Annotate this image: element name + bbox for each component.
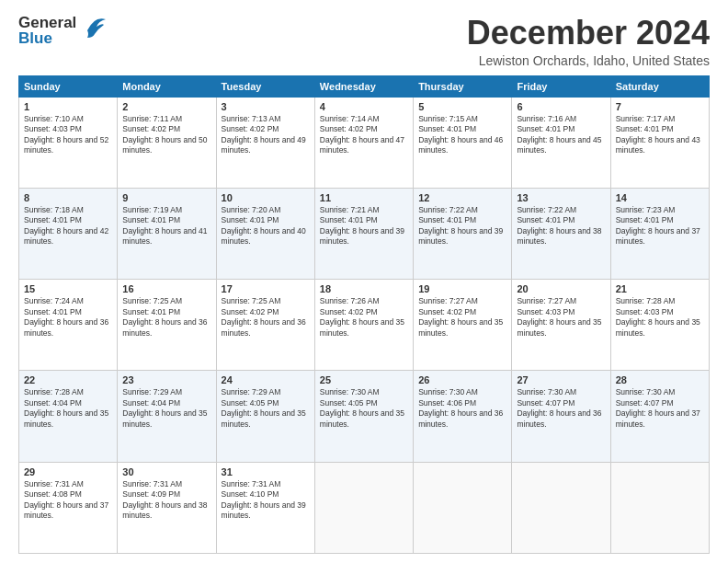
day-info: Sunrise: 7:10 AMSunset: 4:03 PMDaylight:…	[24, 114, 112, 156]
day-number: 25	[320, 374, 408, 385]
calendar-cell: 1 Sunrise: 7:10 AMSunset: 4:03 PMDayligh…	[19, 97, 118, 188]
logo-general: General	[18, 15, 76, 30]
day-number: 20	[517, 283, 605, 294]
day-number: 17	[222, 283, 310, 294]
day-info: Sunrise: 7:18 AMSunset: 4:01 PMDaylight:…	[24, 205, 112, 247]
day-number: 27	[517, 374, 605, 385]
day-info: Sunrise: 7:11 AMSunset: 4:02 PMDaylight:…	[122, 114, 210, 156]
col-tuesday: Tuesday	[216, 75, 314, 97]
calendar-cell: 22 Sunrise: 7:28 AMSunset: 4:04 PMDaylig…	[19, 371, 118, 462]
calendar-cell: 15 Sunrise: 7:24 AMSunset: 4:01 PMDaylig…	[19, 280, 118, 371]
day-info: Sunrise: 7:31 AMSunset: 4:09 PMDaylight:…	[122, 479, 210, 522]
day-number: 21	[616, 283, 704, 294]
calendar-cell: 11 Sunrise: 7:21 AMSunset: 4:01 PMDaylig…	[314, 188, 413, 279]
calendar-cell: 17 Sunrise: 7:25 AMSunset: 4:02 PMDaylig…	[216, 280, 314, 371]
calendar-cell: 27 Sunrise: 7:30 AMSunset: 4:07 PMDaylig…	[512, 371, 610, 462]
day-number: 9	[122, 192, 210, 203]
day-number: 24	[222, 374, 310, 385]
day-number: 10	[222, 192, 310, 203]
day-info: Sunrise: 7:30 AMSunset: 4:07 PMDaylight:…	[616, 387, 704, 430]
calendar-cell: 9 Sunrise: 7:19 AMSunset: 4:01 PMDayligh…	[118, 188, 216, 279]
day-info: Sunrise: 7:22 AMSunset: 4:01 PMDaylight:…	[517, 205, 605, 247]
calendar-cell: 20 Sunrise: 7:27 AMSunset: 4:03 PMDaylig…	[512, 280, 610, 371]
day-number: 5	[418, 101, 506, 112]
day-info: Sunrise: 7:30 AMSunset: 4:07 PMDaylight:…	[517, 387, 605, 430]
calendar-cell: 3 Sunrise: 7:13 AMSunset: 4:02 PMDayligh…	[216, 97, 314, 188]
calendar-cell: 21 Sunrise: 7:28 AMSunset: 4:03 PMDaylig…	[610, 280, 709, 371]
day-info: Sunrise: 7:27 AMSunset: 4:03 PMDaylight:…	[517, 296, 605, 339]
header: General Blue December 2024 Lewiston Orch…	[18, 15, 710, 68]
col-friday: Friday	[512, 75, 610, 97]
calendar-cell	[314, 462, 413, 553]
day-number: 26	[418, 374, 506, 385]
calendar-week-row: 1 Sunrise: 7:10 AMSunset: 4:03 PMDayligh…	[19, 97, 710, 188]
month-title: December 2024	[467, 15, 710, 52]
day-info: Sunrise: 7:25 AMSunset: 4:02 PMDaylight:…	[222, 296, 310, 339]
calendar-cell: 31 Sunrise: 7:31 AMSunset: 4:10 PMDaylig…	[216, 462, 314, 553]
day-number: 29	[24, 466, 112, 477]
calendar-cell: 26 Sunrise: 7:30 AMSunset: 4:06 PMDaylig…	[414, 371, 512, 462]
calendar-week-row: 22 Sunrise: 7:28 AMSunset: 4:04 PMDaylig…	[19, 371, 710, 462]
calendar-week-row: 8 Sunrise: 7:18 AMSunset: 4:01 PMDayligh…	[19, 188, 710, 279]
col-sunday: Sunday	[19, 75, 118, 97]
calendar-cell: 23 Sunrise: 7:29 AMSunset: 4:04 PMDaylig…	[118, 371, 216, 462]
day-info: Sunrise: 7:26 AMSunset: 4:02 PMDaylight:…	[320, 296, 408, 339]
logo-bird-icon	[80, 12, 109, 45]
day-number: 11	[320, 192, 408, 203]
calendar-cell: 24 Sunrise: 7:29 AMSunset: 4:05 PMDaylig…	[216, 371, 314, 462]
location-title: Lewiston Orchards, Idaho, United States	[467, 53, 710, 68]
col-thursday: Thursday	[414, 75, 512, 97]
logo: General Blue	[18, 15, 109, 46]
calendar-cell: 13 Sunrise: 7:22 AMSunset: 4:01 PMDaylig…	[512, 188, 610, 279]
calendar-table: Sunday Monday Tuesday Wednesday Thursday…	[18, 75, 710, 554]
calendar-cell: 4 Sunrise: 7:14 AMSunset: 4:02 PMDayligh…	[314, 97, 413, 188]
logo-blue: Blue	[18, 30, 76, 46]
day-info: Sunrise: 7:28 AMSunset: 4:04 PMDaylight:…	[24, 387, 112, 430]
calendar-header-row: Sunday Monday Tuesday Wednesday Thursday…	[19, 75, 710, 97]
day-info: Sunrise: 7:13 AMSunset: 4:02 PMDaylight:…	[222, 114, 310, 156]
col-monday: Monday	[118, 75, 216, 97]
day-number: 18	[320, 283, 408, 294]
day-number: 2	[122, 101, 210, 112]
calendar-cell: 28 Sunrise: 7:30 AMSunset: 4:07 PMDaylig…	[610, 371, 709, 462]
calendar-cell	[414, 462, 512, 553]
calendar-week-row: 29 Sunrise: 7:31 AMSunset: 4:08 PMDaylig…	[19, 462, 710, 553]
day-number: 7	[616, 101, 704, 112]
day-info: Sunrise: 7:28 AMSunset: 4:03 PMDaylight:…	[616, 296, 704, 339]
day-info: Sunrise: 7:29 AMSunset: 4:05 PMDaylight:…	[222, 387, 310, 430]
day-number: 8	[24, 192, 112, 203]
day-info: Sunrise: 7:31 AMSunset: 4:08 PMDaylight:…	[24, 479, 112, 522]
day-number: 13	[517, 192, 605, 203]
day-info: Sunrise: 7:16 AMSunset: 4:01 PMDaylight:…	[517, 114, 605, 156]
col-wednesday: Wednesday	[314, 75, 413, 97]
day-number: 15	[24, 283, 112, 294]
day-info: Sunrise: 7:30 AMSunset: 4:06 PMDaylight:…	[418, 387, 506, 430]
calendar-cell: 8 Sunrise: 7:18 AMSunset: 4:01 PMDayligh…	[19, 188, 118, 279]
day-info: Sunrise: 7:27 AMSunset: 4:02 PMDaylight:…	[418, 296, 506, 339]
calendar-cell: 18 Sunrise: 7:26 AMSunset: 4:02 PMDaylig…	[314, 280, 413, 371]
calendar-cell: 5 Sunrise: 7:15 AMSunset: 4:01 PMDayligh…	[414, 97, 512, 188]
day-number: 12	[418, 192, 506, 203]
day-info: Sunrise: 7:29 AMSunset: 4:04 PMDaylight:…	[122, 387, 210, 430]
col-saturday: Saturday	[610, 75, 709, 97]
day-number: 31	[222, 466, 310, 477]
day-info: Sunrise: 7:25 AMSunset: 4:01 PMDaylight:…	[122, 296, 210, 339]
day-info: Sunrise: 7:22 AMSunset: 4:01 PMDaylight:…	[418, 205, 506, 247]
day-info: Sunrise: 7:21 AMSunset: 4:01 PMDaylight:…	[320, 205, 408, 247]
day-info: Sunrise: 7:20 AMSunset: 4:01 PMDaylight:…	[222, 205, 310, 247]
calendar-cell: 7 Sunrise: 7:17 AMSunset: 4:01 PMDayligh…	[610, 97, 709, 188]
calendar-cell: 16 Sunrise: 7:25 AMSunset: 4:01 PMDaylig…	[118, 280, 216, 371]
calendar-cell: 29 Sunrise: 7:31 AMSunset: 4:08 PMDaylig…	[19, 462, 118, 553]
day-number: 1	[24, 101, 112, 112]
day-number: 30	[122, 466, 210, 477]
calendar-cell: 6 Sunrise: 7:16 AMSunset: 4:01 PMDayligh…	[512, 97, 610, 188]
day-number: 4	[320, 101, 408, 112]
calendar-cell	[610, 462, 709, 553]
day-info: Sunrise: 7:14 AMSunset: 4:02 PMDaylight:…	[320, 114, 408, 156]
day-number: 28	[616, 374, 704, 385]
day-info: Sunrise: 7:30 AMSunset: 4:05 PMDaylight:…	[320, 387, 408, 430]
title-block: December 2024 Lewiston Orchards, Idaho, …	[467, 15, 710, 68]
day-number: 14	[616, 192, 704, 203]
day-info: Sunrise: 7:31 AMSunset: 4:10 PMDaylight:…	[222, 479, 310, 522]
calendar-cell	[512, 462, 610, 553]
